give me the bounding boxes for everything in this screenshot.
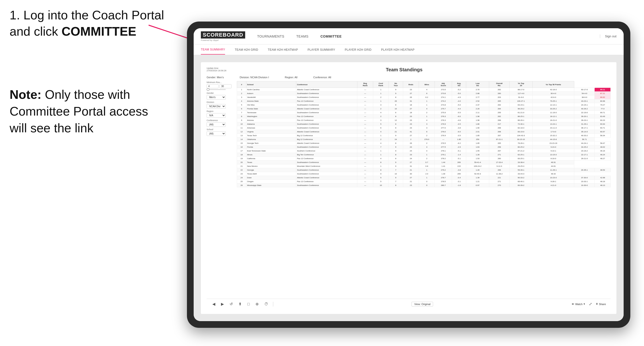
school-select[interactable]: (All)	[206, 131, 226, 136]
division-select[interactable]: NCAA Division I	[206, 104, 226, 109]
table-cell: Illinois	[246, 153, 296, 157]
table-cell: 31	[403, 99, 419, 103]
table-cell: 46.91	[532, 161, 574, 164]
table-cell: 1.98	[466, 115, 489, 118]
table-cell: 276.9	[435, 134, 452, 138]
table-cell: 48.27	[595, 157, 611, 161]
share-button[interactable]: ⬆ Share	[596, 303, 606, 306]
table-cell: 63-15-1	[510, 103, 532, 107]
table-cell: Auburn	[246, 92, 296, 95]
table-cell: 8	[389, 115, 403, 118]
toolbar-clock[interactable]: ⏱	[264, 301, 269, 307]
toolbar-refresh[interactable]: ↺	[229, 301, 234, 307]
table-cell: 265	[489, 141, 510, 145]
table-cell: 83-25-1	[510, 157, 532, 161]
table-cell: 43-23-1	[574, 99, 595, 103]
table-cell: 2.52	[466, 99, 489, 103]
toolbar-back[interactable]: ◀	[212, 301, 216, 307]
table-cell: Southeastern Conference	[296, 103, 357, 107]
table-cell: 1	[419, 153, 434, 157]
table-cell: 18	[403, 103, 419, 107]
table-cell: 24	[403, 145, 419, 149]
sub-nav-team-summary[interactable]: TEAM SUMMARY	[201, 45, 225, 55]
table-cell: Georgia	[246, 168, 296, 172]
rounds-slider[interactable]	[206, 89, 226, 90]
table-cell: 9	[389, 134, 403, 138]
table-cell: 1.63	[466, 145, 489, 149]
table-cell: 18-12-1	[532, 115, 574, 118]
conference-select[interactable]: (All)	[206, 122, 226, 127]
table-cell: 1.28	[466, 153, 489, 157]
table-cell: 34-25-2	[574, 145, 595, 149]
update-label: Update time:	[206, 67, 226, 69]
sub-nav-player-h2h-heatmap[interactable]: PLAYER H2H HEATMAP	[381, 45, 415, 54]
table-cell: Virginia	[246, 130, 296, 134]
table-cell: —	[357, 103, 373, 107]
table-cell: East Tennessee State	[246, 149, 296, 153]
table-cell: -4.4	[452, 107, 466, 111]
watch-dropdown-icon: ▾	[584, 303, 585, 306]
sub-nav-team-h2h-heatmap[interactable]: TEAM H2H HEATMAP	[268, 45, 298, 54]
table-cell: 2.77	[466, 95, 489, 99]
table-cell: 11-19-0	[532, 111, 574, 115]
sign-out-button[interactable]: Sign out	[600, 34, 616, 38]
toolbar-forward[interactable]: ▶	[220, 301, 225, 307]
table-header: # School Conference RegRank ConfRank NoT…	[237, 81, 611, 88]
table-cell: 79.27	[595, 103, 611, 107]
table-cell: 11-38-2	[489, 172, 510, 176]
col-vs-top25: Vs Top25	[510, 81, 532, 88]
sub-nav-player-h2h-grid[interactable]: PLAYER H2H GRID	[345, 45, 372, 54]
min-rounds-input[interactable]	[206, 84, 218, 88]
nav-committee[interactable]: COMMITTEE	[320, 33, 342, 39]
toolbar-bookmark[interactable]: □	[246, 301, 251, 307]
table-cell: —	[357, 183, 373, 187]
sub-nav-team-h2h-grid[interactable]: TEAM H2H GRID	[235, 45, 258, 54]
table-cell: 15	[237, 141, 246, 145]
table-cell: 6	[237, 107, 246, 111]
nav-teams[interactable]: TEAMS	[296, 33, 308, 39]
region-select[interactable]: N/A	[206, 113, 226, 118]
table-cell: 1.21	[466, 180, 489, 183]
toolbar-share-icon[interactable]: ⬆	[238, 301, 242, 307]
table-cell: 66-40-1	[510, 180, 532, 183]
table-cell: Southeastern Conference	[296, 126, 357, 130]
toolbar-more[interactable]: ⊕	[254, 301, 260, 307]
view-original-button[interactable]: View: Original	[412, 302, 433, 307]
table-cell: —	[357, 115, 373, 118]
table-cell: Southeastern Conference	[296, 111, 357, 115]
gender-select[interactable]: Men's	[206, 95, 226, 100]
table-row: 7TennesseeSoutheastern Conference—461822…	[237, 111, 611, 115]
table-cell: 8	[389, 126, 403, 130]
table-cell: 22	[237, 168, 246, 172]
nav-tournaments[interactable]: TOURNAMENTS	[257, 33, 284, 39]
table-cell: —	[357, 141, 373, 145]
table-cell: 89.11	[595, 88, 611, 92]
fullscreen-icon[interactable]: ⤢	[588, 301, 593, 307]
table-cell: 96-29-2	[510, 107, 532, 111]
table-cell: Southeastern Conference	[296, 122, 357, 126]
table-cell: 104-43-3	[510, 134, 532, 138]
table-row: 18IllinoisBig Ten Conference—18231279.1-…	[237, 153, 611, 157]
table-row: 21New MexicoMountain West Conference—193…	[237, 164, 611, 168]
table-cell: 275.9	[435, 111, 452, 115]
sub-nav-player-summary[interactable]: PLAYER SUMMARY	[308, 45, 335, 54]
region-filter: Region: All	[285, 76, 298, 79]
table-cell: Oklahoma	[246, 138, 296, 141]
watch-button[interactable]: 👁 Watch ▾	[572, 303, 585, 306]
table-cell: 9-28-1	[532, 180, 574, 183]
table-cell: 278.7	[435, 176, 452, 180]
table-cell: 4	[373, 130, 388, 134]
max-rounds-input[interactable]	[220, 84, 232, 88]
note-section: Note: Only those with Committee Portal a…	[10, 86, 158, 137]
table-cell: 11-29-1	[532, 168, 574, 172]
table-cell: Pac-12 Conference	[296, 115, 357, 118]
table-cell: 13-15-0	[532, 153, 574, 157]
table-cell: 13-24-1	[532, 122, 574, 126]
table-cell: 8	[389, 153, 403, 157]
table-cell: Pac-12 Conference	[296, 180, 357, 183]
table-cell: 17-33-4	[489, 161, 510, 164]
table-row: 26Mississippi StateSoutheastern Conferen…	[237, 183, 611, 187]
table-cell: 86.62	[595, 95, 611, 99]
table-cell: —	[357, 168, 373, 172]
table-cell: 109-24-2	[466, 164, 489, 168]
